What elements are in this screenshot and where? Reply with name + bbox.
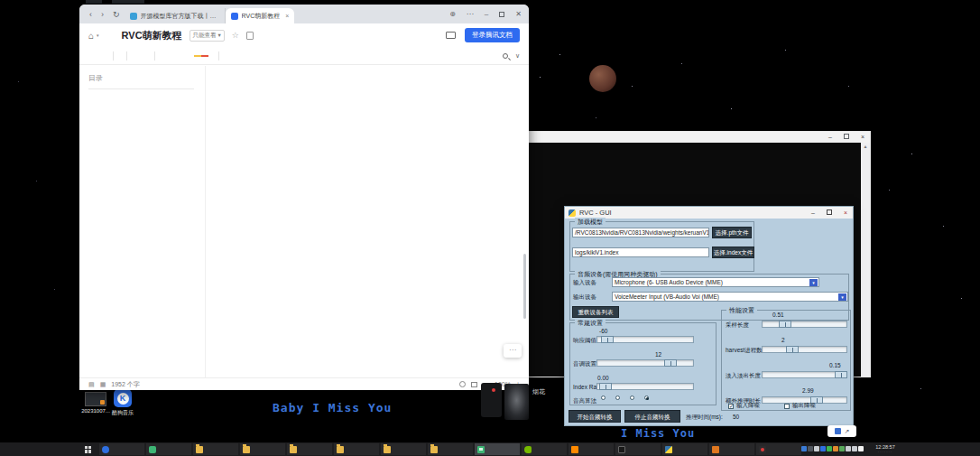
tray-ime-icon[interactable]: [858, 446, 864, 451]
view-only-badge[interactable]: 只能查看 ▾: [190, 30, 225, 42]
console-maximize-button[interactable]: [839, 132, 854, 143]
collapse-toolbar-icon[interactable]: ∨: [515, 52, 520, 60]
word-count[interactable]: 1952 个字: [111, 380, 140, 389]
fullscreen-icon[interactable]: [471, 382, 477, 387]
sample-length-slider[interactable]: [762, 321, 847, 328]
taskbar-nvidia[interactable]: [522, 443, 567, 455]
chat-avatar-thumbnail[interactable]: [504, 384, 529, 420]
search-icon[interactable]: [503, 53, 508, 59]
pth-path-input[interactable]: /RVC0813Nvidia/RVC0813Nvidia/weights/ker…: [572, 228, 709, 237]
threshold-slider[interactable]: [596, 336, 694, 343]
output-denoise-checkbox[interactable]: 输出降噪: [784, 402, 816, 410]
taskbar-explorer[interactable]: [428, 443, 473, 455]
stop-conversion-button[interactable]: 停止音频转换: [624, 410, 680, 423]
tray-kugou-icon[interactable]: [820, 446, 826, 451]
rvc-close-button[interactable]: ×: [838, 207, 853, 219]
recorder-mini-toolbar[interactable]: [481, 383, 502, 417]
start-conversion-button[interactable]: 开始音频转换: [569, 410, 621, 423]
select-pth-button[interactable]: 选择.pth文件: [712, 227, 752, 238]
dropdown-arrow-icon[interactable]: ▾: [809, 279, 818, 286]
pitch-algo-radio[interactable]: [630, 396, 636, 400]
index-rate-slider[interactable]: [596, 383, 694, 390]
toolbar-divider[interactable]: [126, 51, 127, 60]
desktop-icon-video[interactable]: 20231007...: [81, 392, 110, 414]
forward-icon[interactable]: ›: [97, 5, 108, 23]
taskbar-voicemeeter[interactable]: [709, 443, 754, 455]
browser-menu-icon[interactable]: ⋯: [467, 10, 474, 18]
rvc-maximize-button[interactable]: [822, 207, 837, 219]
tray-mic-icon[interactable]: [814, 446, 819, 451]
highlight-icon[interactable]: [194, 55, 201, 57]
output-device-select[interactable]: VoiceMeeter Input (VB-Audio Voi (MME) ▾: [612, 292, 848, 302]
taskbar-explorer[interactable]: [240, 443, 285, 455]
browser-minimize-button[interactable]: –: [485, 10, 488, 18]
ime-toolbar-pill[interactable]: ↗: [827, 425, 856, 437]
fade-length-slider[interactable]: [762, 371, 847, 378]
dropdown-arrow-icon[interactable]: ▾: [838, 293, 846, 301]
taskbar-rvc-gui[interactable]: [662, 443, 707, 455]
tab-rvc-tutorial[interactable]: RVC萌新教程 ×: [226, 8, 295, 23]
star-icon[interactable]: ☆: [232, 31, 239, 40]
pitch-algo-radio[interactable]: [615, 396, 622, 400]
font-color-icon[interactable]: [201, 55, 208, 57]
kugou-app-icon: K: [114, 389, 132, 407]
tray-display-icon[interactable]: [846, 446, 851, 451]
console-close-button[interactable]: ×: [855, 132, 870, 143]
input-denoise-checkbox[interactable]: 输入降噪: [728, 402, 760, 410]
pitch-algo-radio[interactable]: [644, 396, 651, 400]
taskbar-console[interactable]: [615, 443, 661, 455]
app-icon: [196, 446, 203, 453]
reload-devices-button[interactable]: 重载设备列表: [572, 306, 619, 318]
taskbar-clock[interactable]: 12:28:57 ·······: [866, 444, 904, 455]
desktop-icon-kugou[interactable]: K 酷狗音乐: [108, 389, 137, 417]
pitch-slider[interactable]: [596, 359, 694, 367]
tray-blue-app-icon[interactable]: [801, 446, 807, 451]
pitch-algo-radio[interactable]: [601, 396, 607, 400]
tray-orange-icon[interactable]: [833, 446, 838, 451]
start-button[interactable]: [79, 443, 97, 455]
tray-shield-icon[interactable]: [839, 446, 845, 451]
tab-close-icon[interactable]: ×: [283, 13, 289, 19]
browser-close-button[interactable]: ✕: [515, 10, 522, 18]
taskbar-wechat[interactable]: [146, 443, 191, 455]
harvest-threads-label: harvest进程数: [726, 347, 763, 355]
tray-camera-icon[interactable]: [808, 446, 813, 451]
taskbar-explorer[interactable]: [287, 443, 332, 455]
site-info-icon[interactable]: ⊕: [449, 10, 456, 18]
doc-content: ⋯: [206, 66, 529, 377]
toolbar-divider[interactable]: [113, 51, 114, 60]
present-mode-icon[interactable]: [446, 32, 456, 39]
rvc-minimize-button[interactable]: –: [806, 207, 820, 219]
login-button[interactable]: 登录腾讯文档: [465, 28, 520, 42]
browser-maximize-button[interactable]: [499, 12, 504, 17]
tab-model-download[interactable]: 开源模型库官方版下载丨最新版下...: [125, 8, 226, 23]
arrow-icon: ↗: [845, 428, 850, 435]
back-icon[interactable]: ‹: [85, 5, 97, 23]
taskbar-123pan[interactable]: [569, 443, 614, 455]
taskbar-wechat-screenshare[interactable]: [475, 443, 520, 455]
tray-wechat-icon[interactable]: [827, 446, 832, 451]
index-path-input[interactable]: logs/kikiV1.index: [572, 247, 709, 257]
doc-scrollbar[interactable]: [523, 254, 526, 319]
console-scrollbar[interactable]: ▲: [861, 143, 870, 377]
harvest-threads-slider[interactable]: [762, 346, 847, 353]
doc-toolbar: ∨: [79, 47, 529, 65]
tray-volume-icon[interactable]: [852, 446, 857, 451]
taskbar-kugou[interactable]: [99, 443, 144, 455]
more-actions-button[interactable]: ⋯: [504, 344, 522, 358]
toolbar-divider[interactable]: [154, 51, 155, 60]
taskbar-recorder[interactable]: [756, 443, 801, 455]
reload-icon[interactable]: ↻: [108, 5, 125, 23]
scroll-up-icon[interactable]: ▲: [861, 143, 870, 150]
taskbar-explorer[interactable]: [193, 443, 238, 455]
taskbar-explorer[interactable]: [381, 443, 426, 455]
input-device-value: Microphone (6- USB Audio Device (MME): [615, 279, 723, 285]
input-device-select[interactable]: Microphone (6- USB Audio Device (MME) ▾: [612, 277, 819, 287]
toolbar-divider[interactable]: [218, 51, 219, 60]
select-index-button[interactable]: 选择.index文件: [712, 247, 754, 258]
console-minimize-button[interactable]: –: [823, 132, 837, 143]
history-icon[interactable]: [459, 381, 466, 387]
taskbar-explorer[interactable]: [334, 443, 379, 455]
new-doc-icon[interactable]: [246, 32, 254, 40]
home-icon[interactable]: ⌂: [88, 31, 94, 41]
